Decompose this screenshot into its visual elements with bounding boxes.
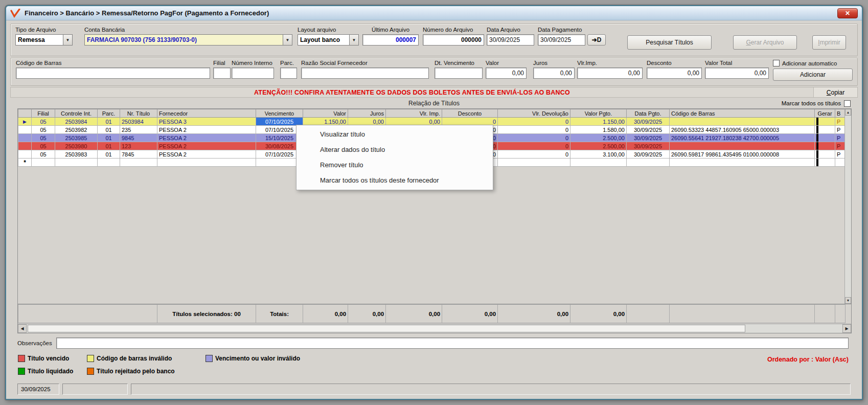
col-parc[interactable]: Parc. xyxy=(98,109,120,118)
cell-codigo-barras[interactable] xyxy=(670,118,815,126)
cell-codigo-barras[interactable]: 26090.55641 21927.180238 42700.000005 xyxy=(670,134,815,142)
cell-parc[interactable]: 01 xyxy=(98,126,120,134)
cell-nr-titulo[interactable]: 123 xyxy=(120,142,157,150)
col-desconto[interactable]: Desconto xyxy=(442,109,498,118)
data-pagamento-field[interactable]: 30/09/2025 xyxy=(538,34,585,46)
cell-vlr-devolucao[interactable]: 0 xyxy=(498,118,570,126)
juros-input[interactable]: 0,00 xyxy=(533,68,575,79)
col-valor-pgto[interactable]: Valor Pgto. xyxy=(570,109,627,118)
cell-gerar[interactable] xyxy=(815,118,835,126)
cell-fornecedor[interactable]: PESSOA 2 xyxy=(157,142,256,150)
scrollbar-track[interactable] xyxy=(27,324,842,333)
numero-interno-input[interactable] xyxy=(232,68,274,79)
cell-codigo-barras[interactable]: 26090.59817 99861.435495 01000.000008 xyxy=(670,150,815,159)
cell-controle[interactable]: 2503985 xyxy=(55,134,98,142)
valor-input[interactable]: 0,00 xyxy=(486,68,527,79)
grid-vertical-scrollbar[interactable]: ▲ ▼ xyxy=(844,109,851,304)
cell-gerar[interactable] xyxy=(815,159,835,167)
cell-fornecedor[interactable]: PESSOA 2 xyxy=(157,134,256,142)
cell-data-pgto[interactable] xyxy=(627,159,670,167)
cell-valor-pgto[interactable]: 1.580,00 xyxy=(570,126,627,134)
adicionar-button[interactable]: Adicionar xyxy=(773,69,853,81)
cell-vlr-devolucao[interactable] xyxy=(498,159,570,167)
cell-vlr-devolucao[interactable]: 0 xyxy=(498,134,570,142)
gerar-checkbox[interactable] xyxy=(816,150,818,159)
cell-nr-titulo[interactable]: 2503984 xyxy=(120,118,157,126)
cell-data-pgto[interactable]: 30/09/2025 xyxy=(627,126,670,134)
chevron-down-icon[interactable]: ▼ xyxy=(283,34,292,46)
cell-controle[interactable] xyxy=(55,159,98,167)
tipo-arquivo-select[interactable]: Remessa ▼ xyxy=(15,34,73,46)
cell-filial[interactable]: 05 xyxy=(32,150,55,159)
gerar-checkbox[interactable] xyxy=(816,126,818,134)
cell-valor-pgto[interactable]: 1.150,00 xyxy=(570,118,627,126)
cell-nr-titulo[interactable] xyxy=(120,159,157,167)
cell-vlr-devolucao[interactable]: 0 xyxy=(498,150,570,159)
col-gerar[interactable]: Gerar xyxy=(815,109,835,118)
ultimo-arquivo-field[interactable]: 000007 xyxy=(362,34,419,46)
observacoes-input[interactable] xyxy=(56,338,849,349)
scrollbar-thumb[interactable] xyxy=(28,325,745,332)
cell-vlr-devolucao[interactable]: 0 xyxy=(498,142,570,150)
cell-gerar[interactable] xyxy=(815,142,835,150)
row-selector[interactable] xyxy=(18,150,32,159)
col-controle[interactable]: Controle Int. xyxy=(55,109,98,118)
today-date-button[interactable]: ➔D xyxy=(587,34,606,46)
context-menu-item-remover-titulo[interactable]: Remover título xyxy=(296,158,493,173)
cell-filial[interactable]: 05 xyxy=(32,126,55,134)
scroll-right-icon[interactable]: ▶ xyxy=(842,324,851,333)
gerar-checkbox[interactable] xyxy=(816,134,818,142)
codigo-barras-input[interactable] xyxy=(16,68,210,79)
col-data-pgto[interactable]: Data Pgto. xyxy=(627,109,670,118)
gerar-arquivo-button[interactable]: Gerar Arquivo xyxy=(733,35,797,50)
cell-gerar[interactable] xyxy=(815,126,835,134)
scroll-left-icon[interactable]: ◀ xyxy=(18,324,27,333)
col-valor[interactable]: Valor xyxy=(303,109,348,118)
dt-vencimento-input[interactable] xyxy=(435,68,483,79)
context-menu-item-marcar-todos-fornecedor[interactable]: Marcar todos os títulos deste fornecedor xyxy=(296,173,493,188)
cell-data-pgto[interactable]: 30/09/2025 xyxy=(627,118,670,126)
cell-valor-pgto[interactable]: 3.100,00 xyxy=(570,150,627,159)
col-vlr-imp[interactable]: Vlr. Imp. xyxy=(386,109,442,118)
pesquisar-titulos-button[interactable]: Pesquisar Títulos xyxy=(627,35,712,50)
cell-controle[interactable]: 2503980 xyxy=(55,142,98,150)
close-button[interactable]: ✕ xyxy=(837,8,858,18)
cell-controle[interactable]: 2503984 xyxy=(55,118,98,126)
cell-filial[interactable]: 05 xyxy=(32,118,55,126)
context-menu-item-visualizar-titulo[interactable]: Visualizar título xyxy=(296,127,493,142)
cell-data-pgto[interactable]: 30/09/2025 xyxy=(627,142,670,150)
cell-valor-pgto[interactable]: 2.500,00 xyxy=(570,142,627,150)
gerar-checkbox[interactable] xyxy=(816,159,818,167)
titlebar[interactable]: Financeiro > Bancário > Remessa/Retorno … xyxy=(6,6,862,20)
cell-valor-pgto[interactable]: 2.500,00 xyxy=(570,134,627,142)
cell-data-pgto[interactable]: 30/09/2025 xyxy=(627,134,670,142)
col-nr-titulo[interactable]: Nr. Título xyxy=(120,109,157,118)
copiar-button[interactable]: Copiar xyxy=(813,87,857,97)
numero-arquivo-field[interactable]: 000000 xyxy=(423,34,484,46)
cell-banco[interactable]: P xyxy=(835,118,846,126)
cell-banco[interactable]: P xyxy=(835,126,846,134)
cell-codigo-barras[interactable] xyxy=(670,142,815,150)
desconto-input[interactable]: 0,00 xyxy=(647,68,702,79)
adicionar-automatico-checkbox[interactable] xyxy=(773,60,780,66)
col-juros[interactable]: Juros xyxy=(348,109,386,118)
chevron-down-icon[interactable]: ▼ xyxy=(349,34,359,46)
valor-total-input[interactable]: 0,00 xyxy=(705,68,769,79)
parc-input[interactable] xyxy=(280,68,297,79)
cell-vlr-devolucao[interactable]: 0 xyxy=(498,126,570,134)
vlr-imp-input[interactable]: 0,00 xyxy=(577,68,643,79)
cell-fornecedor[interactable]: PESSOA 2 xyxy=(157,150,256,159)
cell-fornecedor[interactable]: PESSOA 2 xyxy=(157,126,256,134)
gerar-checkbox[interactable] xyxy=(816,118,818,126)
scroll-down-icon[interactable]: ▼ xyxy=(845,297,851,304)
cell-data-pgto[interactable]: 30/09/2025 xyxy=(627,150,670,159)
chevron-down-icon[interactable]: ▼ xyxy=(63,34,73,46)
gerar-checkbox[interactable] xyxy=(816,142,818,150)
cell-nr-titulo[interactable]: 7845 xyxy=(120,150,157,159)
razao-social-input[interactable] xyxy=(301,68,429,79)
col-fornecedor[interactable]: Fornecedor xyxy=(157,109,256,118)
cell-controle[interactable]: 2503983 xyxy=(55,150,98,159)
marcar-todos-checkbox[interactable] xyxy=(844,100,851,107)
cell-parc[interactable]: 01 xyxy=(98,134,120,142)
cell-fornecedor[interactable]: PESSOA 3 xyxy=(157,118,256,126)
